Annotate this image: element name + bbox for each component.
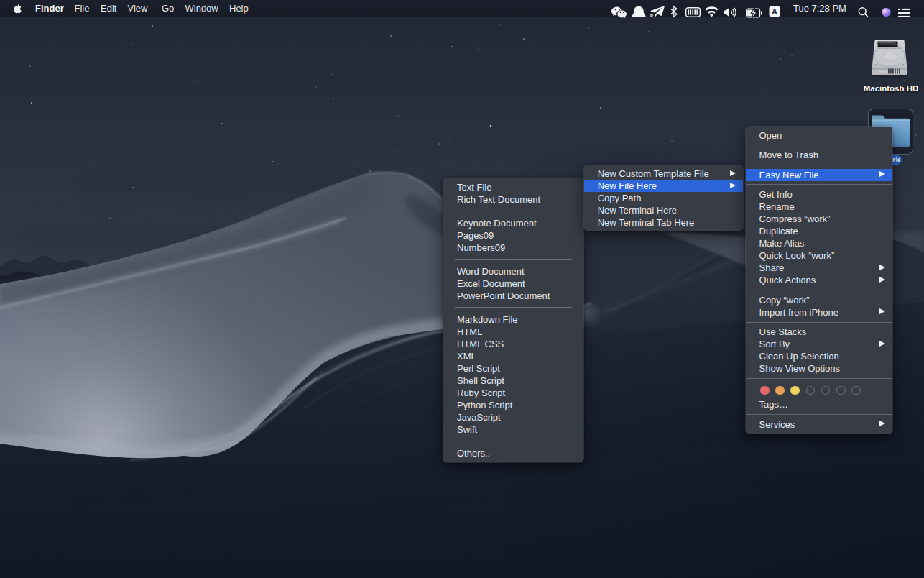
svg-text:A: A: [772, 7, 777, 16]
svg-text:P: P: [650, 14, 653, 18]
